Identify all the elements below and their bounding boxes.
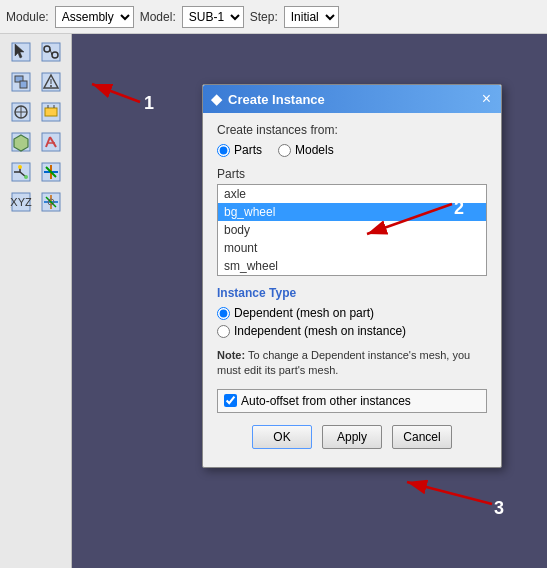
svg-point-30 <box>18 165 22 169</box>
toolbar-icon-10[interactable] <box>37 158 65 186</box>
step-label: Step: <box>250 10 278 24</box>
independent-radio-label[interactable]: Independent (mesh on instance) <box>217 324 487 338</box>
svg-rect-23 <box>42 133 60 151</box>
modal-buttons: OK Apply Cancel <box>217 425 487 457</box>
independent-radio[interactable] <box>217 325 230 338</box>
toolbar-icon-11[interactable]: (XYZ) <box>7 188 35 216</box>
modal-title-bar: ◆ Create Instance × <box>203 85 501 113</box>
apply-button[interactable]: Apply <box>322 425 382 449</box>
model-select[interactable]: SUB-1 <box>182 6 244 28</box>
module-label: Module: <box>6 10 49 24</box>
modal-title-text: ◆ Create Instance <box>211 91 325 107</box>
note-text: Note: To change a Dependent instance's m… <box>217 348 487 379</box>
instance-type-label: Instance Type <box>217 286 487 300</box>
svg-text:(XYZ): (XYZ) <box>10 196 32 208</box>
list-item-body[interactable]: body <box>218 221 486 239</box>
auto-offset-checkbox-row: Auto-offset from other instances <box>217 389 487 413</box>
models-radio-text: Models <box>295 143 334 157</box>
toolbar-icon-6[interactable] <box>37 98 65 126</box>
dialog-title: Create Instance <box>228 92 325 107</box>
toolbar-icon-7[interactable] <box>7 128 35 156</box>
dependent-radio-label[interactable]: Dependent (mesh on part) <box>217 306 487 320</box>
toolbar-icon-5[interactable] <box>7 98 35 126</box>
parts-section-label: Parts <box>217 167 487 181</box>
parts-radio[interactable] <box>217 144 230 157</box>
toolbar-icon-8[interactable] <box>37 128 65 156</box>
toolbar-icon-9[interactable] <box>7 158 35 186</box>
create-instance-dialog: ◆ Create Instance × Create instances fro… <box>202 84 502 468</box>
note-content: To change a Dependent instance's mesh, y… <box>217 349 470 376</box>
list-item-mount[interactable]: mount <box>218 239 486 257</box>
toolbar-icon-1[interactable] <box>7 38 35 66</box>
list-item-axle[interactable]: axle <box>218 185 486 203</box>
left-toolbar: (XYZ) <box>0 34 72 568</box>
dialog-icon: ◆ <box>211 91 222 107</box>
create-from-label: Create instances from: <box>217 123 487 137</box>
toolbar-icon-2[interactable] <box>37 38 65 66</box>
dependent-radio[interactable] <box>217 307 230 320</box>
svg-point-12 <box>50 85 52 87</box>
parts-radio-text: Parts <box>234 143 262 157</box>
svg-rect-18 <box>45 108 57 116</box>
ok-button[interactable]: OK <box>252 425 312 449</box>
models-radio-label[interactable]: Models <box>278 143 334 157</box>
list-item-sm-wheel[interactable]: sm_wheel <box>218 257 486 275</box>
model-label: Model: <box>140 10 176 24</box>
list-item-bg-wheel[interactable]: bg_wheel <box>218 203 486 221</box>
toolbar-icon-3[interactable] <box>7 68 35 96</box>
top-toolbar: Module: Assembly Model: SUB-1 Step: Init… <box>0 0 547 34</box>
close-button[interactable]: × <box>480 91 493 107</box>
models-radio[interactable] <box>278 144 291 157</box>
module-select[interactable]: Assembly <box>55 6 134 28</box>
step-select[interactable]: Initial <box>284 6 339 28</box>
svg-rect-8 <box>20 81 27 88</box>
cancel-button[interactable]: Cancel <box>392 425 452 449</box>
svg-marker-22 <box>14 135 28 151</box>
svg-point-32 <box>24 175 28 179</box>
dependent-radio-text: Dependent (mesh on part) <box>234 306 374 320</box>
auto-offset-checkbox[interactable] <box>224 394 237 407</box>
canvas-area: ◆ Create Instance × Create instances fro… <box>72 34 547 568</box>
toolbar-icon-12[interactable] <box>37 188 65 216</box>
modal-body: Create instances from: Parts Models Part… <box>203 113 501 467</box>
modal-overlay: ◆ Create Instance × Create instances fro… <box>72 34 547 568</box>
create-from-radio-group: Parts Models <box>217 143 487 157</box>
parts-radio-label[interactable]: Parts <box>217 143 262 157</box>
auto-offset-label[interactable]: Auto-offset from other instances <box>241 394 411 408</box>
parts-list: axle bg_wheel body mount sm_wheel <box>217 184 487 276</box>
independent-radio-text: Independent (mesh on instance) <box>234 324 406 338</box>
toolbar-icon-4[interactable] <box>37 68 65 96</box>
instance-type-radio-group: Dependent (mesh on part) Independent (me… <box>217 306 487 338</box>
